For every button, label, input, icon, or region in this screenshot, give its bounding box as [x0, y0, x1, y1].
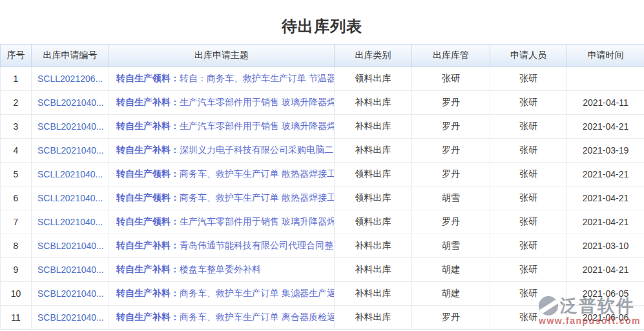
- outbound-request-code-link[interactable]: SCBL2021040...: [37, 288, 104, 299]
- subject-text: 商务车、救护车生产订单 离合器质检返...: [180, 312, 335, 322]
- subject-prefix: 转自生产补料：: [116, 121, 180, 131]
- table-row: 6 SCLL2021040... 转自生产领料：商务车、救护车生产订单 散热器焊…: [1, 186, 644, 210]
- row-index: 3: [1, 115, 32, 139]
- row-index: 1: [1, 67, 32, 91]
- warehouse-keeper-cell: 罗丹: [412, 306, 490, 330]
- warehouse-keeper-cell: 胡雪: [412, 186, 490, 210]
- apply-time-cell: 2021-04-21: [567, 210, 644, 234]
- request-code-cell: SCLL2021040...: [32, 210, 109, 234]
- outbound-category-cell: 补料出库: [335, 306, 412, 330]
- table-row: 11 SCBL2021040... 转自生产补料：商务车、救护车生产订单 离合器…: [1, 306, 644, 330]
- column-header-request-subject: 出库申请主题: [109, 45, 335, 67]
- outbound-request-code-link[interactable]: SCLL2021040...: [37, 217, 103, 227]
- subject-text: 商务车、救护车生产订单 集滤器生产返...: [180, 288, 335, 298]
- table-row: 9 SCBL2021040... 转自生产补料：楼盘车整单委外补料 补料出库 胡…: [1, 258, 644, 282]
- applicant-cell: 张研: [490, 306, 567, 330]
- request-subject-cell: 转自生产补料：青岛伟通节能科技有限公司代理合同整...: [109, 234, 335, 258]
- outbound-request-code-link[interactable]: SCBL2021040...: [37, 121, 104, 132]
- table-row: 10 SCBL2021040... 转自生产补料：商务车、救护车生产订单 集滤器…: [1, 282, 644, 306]
- outbound-request-subject-link[interactable]: 转自生产领料：转自：商务车、救护车生产订单 节温器...: [116, 73, 335, 83]
- subject-text: 生产汽车零部件用于销售 玻璃升降器焊...: [180, 97, 335, 107]
- apply-time-cell: 2021-04-21: [567, 258, 644, 282]
- outbound-request-code-link[interactable]: SCLL2021040...: [37, 169, 103, 179]
- warehouse-keeper-cell: 罗丹: [412, 139, 490, 163]
- subject-prefix: 转自生产补料：: [116, 145, 180, 155]
- apply-time-cell: 2021-06-05: [567, 282, 644, 306]
- applicant-cell: 张研: [490, 115, 567, 139]
- outbound-request-code-link[interactable]: SCBL2021040...: [37, 241, 104, 251]
- outbound-request-subject-link[interactable]: 转自生产补料：青岛伟通节能科技有限公司代理合同整...: [116, 240, 335, 250]
- outbound-category-cell: 领料出库: [335, 67, 412, 91]
- request-subject-cell: 转自生产领料：商务车、救护车生产订单 散热器焊接工...: [109, 163, 335, 186]
- table-row: 2 SCBL2021040... 转自生产补料：生产汽车零部件用于销售 玻璃升降…: [1, 91, 644, 115]
- warehouse-keeper-cell: 罗丹: [412, 210, 490, 234]
- subject-prefix: 转自生产补料：: [116, 240, 180, 250]
- column-header-outbound-category: 出库类别: [335, 45, 412, 67]
- outbound-request-code-link[interactable]: SCBL2021040...: [37, 145, 104, 155]
- applicant-cell: 张研: [490, 186, 567, 210]
- outbound-request-subject-link[interactable]: 转自生产补料：商务车、救护车生产订单 离合器质检返...: [116, 312, 335, 322]
- outbound-category-cell: 补料出库: [335, 91, 412, 115]
- request-code-cell: SCLL2021206...: [32, 67, 109, 91]
- outbound-request-subject-link[interactable]: 转自生产领料：生产汽车零部件用于销售 玻璃升降器焊...: [116, 216, 335, 226]
- outbound-request-subject-link[interactable]: 转自生产补料：楼盘车整单委外补料: [116, 264, 261, 274]
- outbound-request-subject-link[interactable]: 转自生产领料：商务车、救护车生产订单 散热器焊接工...: [116, 192, 335, 203]
- request-code-cell: SCLL2021040...: [32, 186, 109, 210]
- outbound-request-subject-link[interactable]: 转自生产补料：商务车、救护车生产订单 集滤器生产返...: [116, 288, 335, 298]
- applicant-cell: 张研: [490, 282, 567, 306]
- subject-prefix: 转自生产补料：: [116, 264, 180, 274]
- outbound-category-cell: 补料出库: [335, 115, 412, 139]
- request-code-cell: SCBL2021040...: [32, 91, 109, 115]
- column-header-applicant: 申请人员: [490, 45, 567, 67]
- outbound-category-cell: 领料出库: [335, 186, 412, 210]
- request-subject-cell: 转自生产补料：深圳义力电子科技有限公司采购电脑二...: [109, 139, 335, 163]
- row-index: 7: [1, 210, 32, 234]
- outbound-category-cell: 领料出库: [335, 163, 412, 186]
- apply-time-cell: 2021-04-21: [567, 163, 644, 186]
- subject-text: 青岛伟通节能科技有限公司代理合同整...: [180, 240, 335, 250]
- request-subject-cell: 转自生产补料：商务车、救护车生产订单 离合器质检返...: [109, 306, 335, 330]
- request-code-cell: SCLL2021040...: [32, 163, 109, 186]
- table-row: 1 SCLL2021206... 转自生产领料：转自：商务车、救护车生产订单 节…: [1, 67, 644, 91]
- outbound-request-code-link[interactable]: SCBL2021040...: [37, 312, 104, 323]
- warehouse-keeper-cell: 罗丹: [412, 163, 490, 186]
- page-title: 待出库列表: [0, 0, 644, 35]
- outbound-request-code-link[interactable]: SCBL2021040...: [37, 265, 104, 275]
- outbound-request-subject-link[interactable]: 转自生产补料：深圳义力电子科技有限公司采购电脑二...: [116, 145, 335, 155]
- row-index: 5: [1, 163, 32, 186]
- outbound-category-cell: 补料出库: [335, 258, 412, 282]
- row-index: 4: [1, 139, 32, 163]
- column-header-apply-time: 申请时间: [567, 45, 644, 67]
- warehouse-keeper-cell: 罗丹: [412, 115, 490, 139]
- request-subject-cell: 转自生产补料：生产汽车零部件用于销售 玻璃升降器焊...: [109, 115, 335, 139]
- warehouse-keeper-cell: 胡雪: [412, 234, 490, 258]
- apply-time-cell: 2021-04-21: [567, 186, 644, 210]
- warehouse-keeper-cell: 罗丹: [412, 91, 490, 115]
- applicant-cell: 张研: [490, 258, 567, 282]
- outbound-request-subject-link[interactable]: 转自生产补料：生产汽车零部件用于销售 玻璃升降器焊...: [116, 97, 335, 107]
- outbound-request-code-link[interactable]: SCBL2021040...: [37, 97, 104, 108]
- apply-time-cell: 2021-03-10: [567, 234, 644, 258]
- subject-prefix: 转自生产领料：: [116, 73, 180, 83]
- table-row: 8 SCBL2021040... 转自生产补料：青岛伟通节能科技有限公司代理合同…: [1, 234, 644, 258]
- row-index: 6: [1, 186, 32, 210]
- outbound-request-code-link[interactable]: SCLL2021040...: [37, 193, 103, 203]
- applicant-cell: 张研: [490, 139, 567, 163]
- outbound-request-subject-link[interactable]: 转自生产补料：生产汽车零部件用于销售 玻璃升降器焊...: [116, 121, 335, 131]
- column-header-warehouse-keeper: 出库库管: [412, 45, 490, 67]
- outbound-request-code-link[interactable]: SCLL2021206...: [37, 74, 103, 84]
- subject-prefix: 转自生产领料：: [116, 216, 180, 226]
- warehouse-keeper-cell: 胡建: [412, 282, 490, 306]
- apply-time-cell: [567, 67, 644, 91]
- subject-prefix: 转自生产补料：: [116, 312, 180, 322]
- apply-time-cell: 2021-04-11: [567, 91, 644, 115]
- subject-prefix: 转自生产领料：: [116, 192, 180, 203]
- request-subject-cell: 转自生产补料：商务车、救护车生产订单 集滤器生产返...: [109, 282, 335, 306]
- subject-text: 商务车、救护车生产订单 散热器焊接工...: [180, 192, 335, 203]
- table-row: 3 SCBL2021040... 转自生产补料：生产汽车零部件用于销售 玻璃升降…: [1, 115, 644, 139]
- row-index: 10: [1, 282, 32, 306]
- outbound-request-subject-link[interactable]: 转自生产领料：商务车、救护车生产订单 散热器焊接工...: [116, 168, 335, 179]
- request-code-cell: SCBL2021040...: [32, 115, 109, 139]
- table-header-row: 序号 出库申请编号 出库申请主题 出库类别 出库库管 申请人员 申请时间: [1, 45, 644, 67]
- apply-time-cell: 2021-04-21: [567, 115, 644, 139]
